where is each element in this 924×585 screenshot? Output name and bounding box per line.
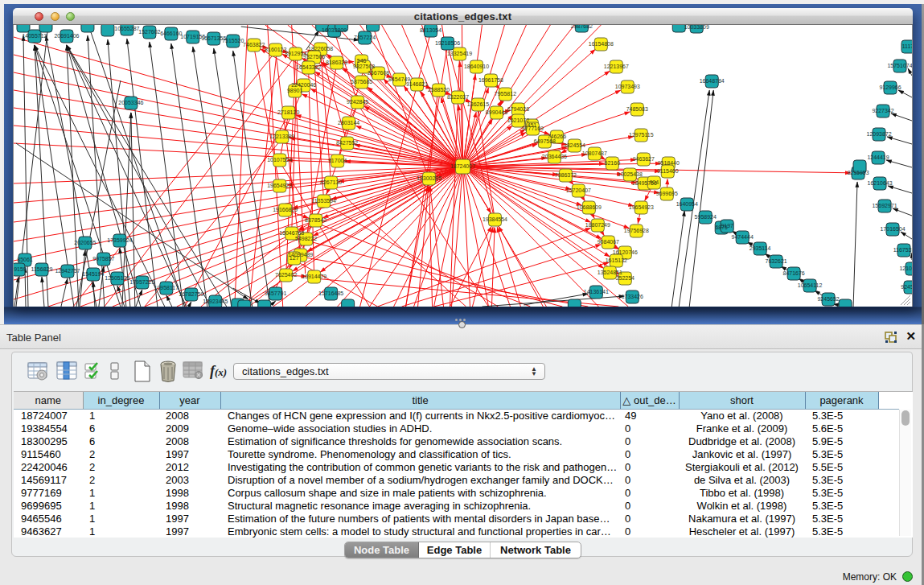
svg-text:10025438: 10025438	[618, 171, 643, 177]
svg-text:7857224: 7857224	[354, 35, 376, 40]
svg-text:9699695: 9699695	[656, 191, 678, 196]
svg-text:1156829: 1156829	[31, 266, 53, 272]
svg-text:1615132: 1615132	[606, 257, 627, 263]
svg-text:17359924: 17359924	[107, 237, 132, 243]
svg-text:9129966: 9129966	[879, 84, 901, 90]
svg-text:18724007: 18724007	[450, 163, 475, 169]
svg-text:5875685: 5875685	[351, 79, 372, 84]
svg-text:18226058: 18226058	[308, 46, 333, 51]
svg-text:16914479: 16914479	[302, 274, 326, 279]
svg-text:3824554: 3824554	[564, 142, 585, 148]
svg-text:9115460: 9115460	[657, 168, 679, 174]
svg-text:2987682: 2987682	[571, 25, 593, 29]
svg-text:15720407: 15720407	[566, 187, 591, 193]
svg-text:8215953: 8215953	[847, 170, 869, 175]
svg-text:12103514: 12103514	[899, 266, 912, 271]
svg-text:12975115: 12975115	[629, 132, 654, 138]
svg-text:9327506: 9327506	[303, 54, 325, 60]
svg-text:7515520: 7515520	[222, 38, 244, 43]
svg-text:98901: 98901	[287, 88, 303, 93]
svg-text:17957225: 17957225	[129, 279, 154, 285]
svg-text:10654112: 10654112	[798, 282, 823, 288]
svg-text:16120746: 16120746	[613, 249, 638, 255]
svg-text:7632621: 7632621	[766, 258, 787, 264]
svg-text:12213967: 12213967	[604, 64, 629, 69]
svg-text:6497568: 6497568	[534, 138, 556, 144]
svg-text:15751074: 15751074	[887, 63, 912, 68]
svg-text:1545194: 1545194	[82, 271, 104, 277]
svg-text:924502: 924502	[901, 284, 912, 290]
svg-text:19756928: 19756928	[624, 228, 649, 233]
svg-text:16782759: 16782759	[179, 291, 203, 297]
svg-text:19218506: 19218506	[435, 40, 460, 46]
svg-text:9327508: 9327508	[353, 64, 375, 69]
svg-text:8813054: 8813054	[420, 27, 441, 33]
svg-text:9146821: 9146821	[406, 81, 428, 87]
svg-text:16543382: 16543382	[296, 64, 321, 70]
svg-text:1527602: 1527602	[138, 29, 160, 35]
svg-text:14136141: 14136141	[584, 289, 609, 295]
svg-text:1117: 1117	[902, 43, 912, 49]
svg-text:10958117: 10958117	[154, 285, 179, 290]
svg-text:19384554: 19384554	[483, 216, 507, 222]
svg-text:14055712: 14055712	[22, 33, 47, 39]
svg-text:1733426: 1733426	[622, 294, 643, 299]
svg-text:6466160: 6466160	[160, 31, 182, 36]
svg-text:9242845: 9242845	[347, 99, 368, 105]
svg-text:18807249: 18807249	[585, 222, 610, 228]
svg-text:7986372: 7986372	[555, 172, 577, 178]
svg-text:19166829: 19166829	[273, 207, 298, 212]
svg-text:19654923: 19654923	[629, 204, 654, 210]
svg-text:1621072: 1621072	[507, 117, 529, 123]
svg-text:2803144: 2803144	[338, 120, 359, 126]
svg-text:19654923: 19654923	[267, 183, 292, 188]
svg-text:127: 127	[290, 255, 299, 261]
svg-text:1167539: 1167539	[893, 247, 912, 253]
svg-text:7463822: 7463822	[243, 42, 265, 47]
svg-text:10807487: 10807487	[582, 150, 607, 156]
svg-text:9245652: 9245652	[817, 296, 839, 302]
svg-text:20364436: 20364436	[542, 154, 567, 159]
svg-text:2020655: 2020655	[74, 240, 96, 245]
svg-text:10107554: 10107554	[267, 157, 292, 163]
svg-text:8427552: 8427552	[336, 140, 358, 146]
svg-text:10973493: 10973493	[615, 84, 640, 89]
svg-text:904: 904	[649, 179, 659, 185]
svg-text:9474444: 9474444	[732, 234, 754, 240]
svg-text:1640954: 1640954	[676, 201, 698, 207]
svg-text:13325419: 13325419	[447, 51, 472, 56]
svg-text:9227342: 9227342	[872, 108, 893, 113]
svg-text:39159: 39159	[14, 266, 27, 272]
svg-text:11353594: 11353594	[311, 198, 336, 204]
svg-text:17016504: 17016504	[880, 226, 905, 232]
svg-text:7485083: 7485083	[626, 106, 648, 112]
svg-text:7955812: 7955812	[495, 91, 516, 97]
svg-text:15716485: 15716485	[318, 290, 343, 296]
svg-text:2935114: 2935114	[749, 245, 771, 251]
svg-text:8186328: 8186328	[326, 60, 347, 65]
svg-text:8322037: 8322037	[447, 94, 469, 100]
svg-text:22420046: 22420046	[291, 82, 316, 88]
svg-text:12505135: 12505135	[105, 275, 129, 281]
svg-text:9197: 9197	[721, 223, 733, 229]
svg-text:18640910: 18640910	[464, 64, 489, 69]
svg-text:9518440: 9518440	[658, 160, 680, 166]
svg-text:16046768: 16046768	[279, 230, 304, 236]
svg-text:9777169: 9777169	[522, 126, 544, 131]
svg-text:9975857: 9975857	[92, 256, 114, 262]
svg-text:8990448: 8990448	[486, 109, 507, 115]
svg-text:85061: 85061	[17, 257, 33, 262]
svg-text:252254: 252254	[616, 275, 634, 281]
svg-text:2588520: 2588520	[428, 87, 450, 93]
svg-text:8471676: 8471676	[783, 270, 805, 276]
svg-text:16648784: 16648784	[700, 78, 725, 84]
svg-text:16033809: 16033809	[322, 27, 347, 33]
svg-text:5498222: 5498222	[295, 236, 317, 241]
svg-text:9463627: 9463627	[633, 156, 655, 162]
svg-text:2667608: 2667608	[368, 70, 389, 76]
svg-text:16154808: 16154808	[589, 41, 614, 47]
svg-text:16961758: 16961758	[478, 77, 503, 83]
svg-text:12942757: 12942757	[55, 268, 80, 274]
svg-text:2718120: 2718120	[277, 109, 299, 115]
svg-text:18300295: 18300295	[417, 175, 441, 181]
